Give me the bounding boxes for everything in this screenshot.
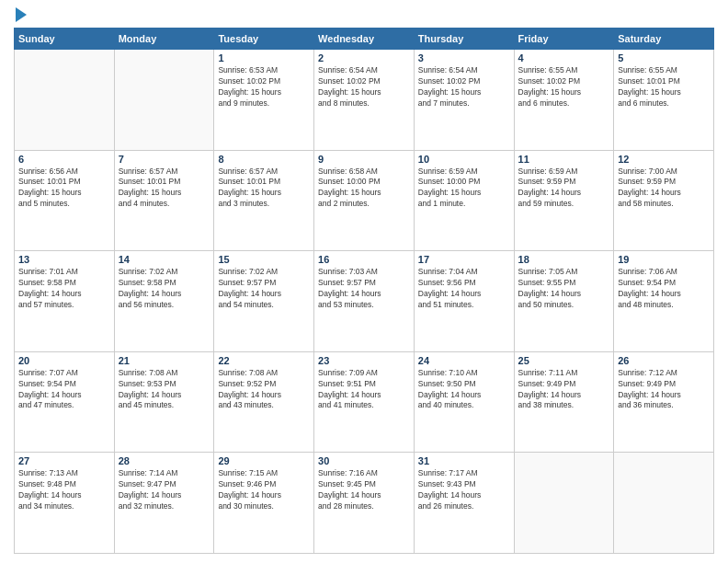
- day-number: 14: [119, 254, 210, 265]
- day-info: Sunrise: 6:54 AM Sunset: 10:02 PM Daylig…: [318, 65, 410, 109]
- day-number: 6: [18, 154, 110, 165]
- calendar-header-row: Sunday Monday Tuesday Wednesday Thursday…: [15, 29, 714, 50]
- day-number: 10: [418, 154, 510, 165]
- calendar-cell: 11Sunrise: 6:59 AM Sunset: 9:59 PM Dayli…: [514, 150, 614, 251]
- day-info: Sunrise: 6:57 AM Sunset: 10:01 PM Daylig…: [119, 167, 210, 211]
- day-info: Sunrise: 7:12 AM Sunset: 9:49 PM Dayligh…: [618, 368, 710, 412]
- day-number: 21: [119, 355, 210, 366]
- day-info: Sunrise: 7:08 AM Sunset: 9:53 PM Dayligh…: [119, 368, 210, 412]
- day-number: 24: [418, 355, 510, 366]
- day-info: Sunrise: 7:16 AM Sunset: 9:45 PM Dayligh…: [318, 468, 410, 512]
- day-number: 5: [618, 52, 710, 63]
- day-info: Sunrise: 7:10 AM Sunset: 9:50 PM Dayligh…: [418, 368, 510, 412]
- calendar-cell: [114, 50, 214, 151]
- calendar-cell: 24Sunrise: 7:10 AM Sunset: 9:50 PM Dayli…: [414, 351, 514, 453]
- calendar-cell: 7Sunrise: 6:57 AM Sunset: 10:01 PM Dayli…: [114, 150, 214, 251]
- day-info: Sunrise: 7:00 AM Sunset: 9:59 PM Dayligh…: [618, 167, 710, 211]
- calendar-cell: 31Sunrise: 7:17 AM Sunset: 9:43 PM Dayli…: [414, 453, 514, 554]
- calendar-cell: 20Sunrise: 7:07 AM Sunset: 9:54 PM Dayli…: [15, 351, 115, 453]
- day-info: Sunrise: 6:59 AM Sunset: 10:00 PM Daylig…: [418, 167, 510, 211]
- calendar-cell: 13Sunrise: 7:01 AM Sunset: 9:58 PM Dayli…: [15, 251, 115, 352]
- calendar-cell: 10Sunrise: 6:59 AM Sunset: 10:00 PM Dayl…: [414, 150, 514, 251]
- day-number: 22: [218, 355, 310, 366]
- day-number: 31: [418, 455, 510, 466]
- calendar-cell: 19Sunrise: 7:06 AM Sunset: 9:54 PM Dayli…: [614, 251, 714, 352]
- day-number: 29: [218, 455, 310, 466]
- day-info: Sunrise: 6:55 AM Sunset: 10:02 PM Daylig…: [518, 65, 610, 109]
- calendar-cell: 9Sunrise: 6:58 AM Sunset: 10:00 PM Dayli…: [314, 150, 415, 251]
- calendar-table: Sunday Monday Tuesday Wednesday Thursday…: [14, 28, 714, 554]
- col-wednesday: Wednesday: [314, 29, 415, 50]
- calendar-week-2: 6Sunrise: 6:56 AM Sunset: 10:01 PM Dayli…: [15, 150, 714, 251]
- col-saturday: Saturday: [614, 29, 714, 50]
- calendar-cell: 3Sunrise: 6:54 AM Sunset: 10:02 PM Dayli…: [414, 50, 514, 151]
- calendar-cell: 22Sunrise: 7:08 AM Sunset: 9:52 PM Dayli…: [214, 351, 314, 453]
- calendar-cell: 2Sunrise: 6:54 AM Sunset: 10:02 PM Dayli…: [314, 50, 415, 151]
- day-number: 28: [119, 455, 210, 466]
- day-number: 8: [218, 154, 310, 165]
- calendar-cell: 1Sunrise: 6:53 AM Sunset: 10:02 PM Dayli…: [214, 50, 314, 151]
- day-number: 1: [218, 52, 310, 63]
- calendar-cell: 18Sunrise: 7:05 AM Sunset: 9:55 PM Dayli…: [514, 251, 614, 352]
- day-info: Sunrise: 6:58 AM Sunset: 10:00 PM Daylig…: [318, 167, 410, 211]
- day-info: Sunrise: 6:57 AM Sunset: 10:01 PM Daylig…: [218, 167, 310, 211]
- day-info: Sunrise: 7:02 AM Sunset: 9:58 PM Dayligh…: [119, 267, 210, 311]
- calendar-cell: 5Sunrise: 6:55 AM Sunset: 10:01 PM Dayli…: [614, 50, 714, 151]
- calendar-cell: [514, 453, 614, 554]
- col-monday: Monday: [114, 29, 214, 50]
- day-number: 2: [318, 52, 410, 63]
- calendar-cell: 26Sunrise: 7:12 AM Sunset: 9:49 PM Dayli…: [614, 351, 714, 453]
- calendar-cell: 15Sunrise: 7:02 AM Sunset: 9:57 PM Dayli…: [214, 251, 314, 352]
- calendar-cell: 27Sunrise: 7:13 AM Sunset: 9:48 PM Dayli…: [15, 453, 115, 554]
- day-info: Sunrise: 7:06 AM Sunset: 9:54 PM Dayligh…: [618, 267, 710, 311]
- calendar-cell: 23Sunrise: 7:09 AM Sunset: 9:51 PM Dayli…: [314, 351, 415, 453]
- day-info: Sunrise: 7:13 AM Sunset: 9:48 PM Dayligh…: [18, 468, 110, 512]
- col-thursday: Thursday: [414, 29, 514, 50]
- calendar-cell: 17Sunrise: 7:04 AM Sunset: 9:56 PM Dayli…: [414, 251, 514, 352]
- calendar-cell: 29Sunrise: 7:15 AM Sunset: 9:46 PM Dayli…: [214, 453, 314, 554]
- calendar-cell: [614, 453, 714, 554]
- day-info: Sunrise: 7:04 AM Sunset: 9:56 PM Dayligh…: [418, 267, 510, 311]
- day-number: 4: [518, 52, 610, 63]
- day-number: 18: [518, 254, 610, 265]
- day-info: Sunrise: 7:02 AM Sunset: 9:57 PM Dayligh…: [218, 267, 310, 311]
- day-number: 19: [618, 254, 710, 265]
- day-number: 13: [18, 254, 110, 265]
- col-sunday: Sunday: [15, 29, 115, 50]
- calendar-week-3: 13Sunrise: 7:01 AM Sunset: 9:58 PM Dayli…: [15, 251, 714, 352]
- day-info: Sunrise: 6:59 AM Sunset: 9:59 PM Dayligh…: [518, 167, 610, 211]
- page: Sunday Monday Tuesday Wednesday Thursday…: [0, 0, 728, 563]
- logo: [14, 9, 27, 22]
- day-number: 23: [318, 355, 410, 366]
- calendar-cell: 25Sunrise: 7:11 AM Sunset: 9:49 PM Dayli…: [514, 351, 614, 453]
- day-number: 16: [318, 254, 410, 265]
- calendar-cell: 28Sunrise: 7:14 AM Sunset: 9:47 PM Dayli…: [114, 453, 214, 554]
- day-number: 26: [618, 355, 710, 366]
- calendar-week-5: 27Sunrise: 7:13 AM Sunset: 9:48 PM Dayli…: [15, 453, 714, 554]
- day-info: Sunrise: 7:08 AM Sunset: 9:52 PM Dayligh…: [218, 368, 310, 412]
- day-info: Sunrise: 7:05 AM Sunset: 9:55 PM Dayligh…: [518, 267, 610, 311]
- logo-arrow-icon: [16, 7, 27, 22]
- calendar-cell: 6Sunrise: 6:56 AM Sunset: 10:01 PM Dayli…: [15, 150, 115, 251]
- calendar-cell: 4Sunrise: 6:55 AM Sunset: 10:02 PM Dayli…: [514, 50, 614, 151]
- day-number: 9: [318, 154, 410, 165]
- calendar-cell: 30Sunrise: 7:16 AM Sunset: 9:45 PM Dayli…: [314, 453, 415, 554]
- col-tuesday: Tuesday: [214, 29, 314, 50]
- day-info: Sunrise: 6:54 AM Sunset: 10:02 PM Daylig…: [418, 65, 510, 109]
- calendar-cell: 8Sunrise: 6:57 AM Sunset: 10:01 PM Dayli…: [214, 150, 314, 251]
- day-number: 25: [518, 355, 610, 366]
- calendar-cell: 16Sunrise: 7:03 AM Sunset: 9:57 PM Dayli…: [314, 251, 415, 352]
- day-number: 15: [218, 254, 310, 265]
- day-info: Sunrise: 6:55 AM Sunset: 10:01 PM Daylig…: [618, 65, 710, 109]
- day-info: Sunrise: 7:09 AM Sunset: 9:51 PM Dayligh…: [318, 368, 410, 412]
- day-number: 3: [418, 52, 510, 63]
- calendar-cell: 12Sunrise: 7:00 AM Sunset: 9:59 PM Dayli…: [614, 150, 714, 251]
- day-info: Sunrise: 6:56 AM Sunset: 10:01 PM Daylig…: [18, 167, 110, 211]
- day-number: 30: [318, 455, 410, 466]
- day-info: Sunrise: 7:01 AM Sunset: 9:58 PM Dayligh…: [18, 267, 110, 311]
- day-info: Sunrise: 6:53 AM Sunset: 10:02 PM Daylig…: [218, 65, 310, 109]
- calendar-cell: 21Sunrise: 7:08 AM Sunset: 9:53 PM Dayli…: [114, 351, 214, 453]
- col-friday: Friday: [514, 29, 614, 50]
- day-number: 17: [418, 254, 510, 265]
- calendar-cell: [15, 50, 115, 151]
